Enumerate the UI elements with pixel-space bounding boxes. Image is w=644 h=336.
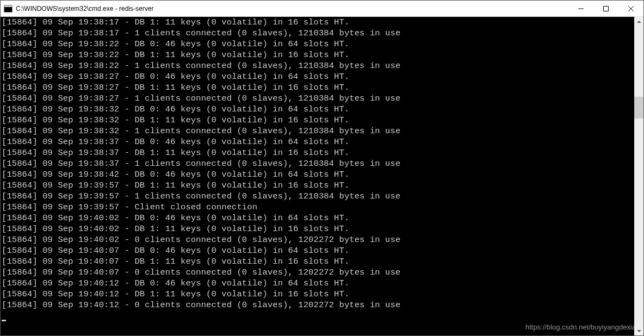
terminal-line: [15864] 09 Sep 19:40:12 - DB 1: 11 keys … <box>2 289 634 300</box>
terminal-line: [15864] 09 Sep 19:38:17 - 1 clients conn… <box>2 28 634 39</box>
terminal-line: [15864] 09 Sep 19:40:02 - 0 clients conn… <box>2 234 634 245</box>
scroll-up-button[interactable] <box>634 17 643 26</box>
terminal-line: [15864] 09 Sep 19:38:17 - DB 1: 11 keys … <box>2 17 634 28</box>
terminal-line: [15864] 09 Sep 19:38:37 - DB 1: 11 keys … <box>2 147 634 158</box>
terminal-line: [15864] 09 Sep 19:38:37 - 1 clients conn… <box>2 158 634 169</box>
terminal-line: [15864] 09 Sep 19:38:32 - DB 1: 11 keys … <box>2 115 634 126</box>
svg-marker-1 <box>637 21 641 23</box>
close-button[interactable] <box>618 1 643 16</box>
terminal-line: [15864] 09 Sep 19:40:07 - DB 1: 11 keys … <box>2 256 634 267</box>
cmd-icon <box>4 5 13 13</box>
terminal-line: [15864] 09 Sep 19:38:27 - DB 1: 11 keys … <box>2 82 634 93</box>
terminal-line: [15864] 09 Sep 19:39:57 - Client closed … <box>2 202 634 213</box>
terminal-line: [15864] 09 Sep 19:38:32 - 1 clients conn… <box>2 126 634 136</box>
vertical-scrollbar[interactable] <box>634 17 643 335</box>
terminal-line: [15864] 09 Sep 19:40:07 - DB 0: 46 keys … <box>2 245 634 256</box>
terminal-line: [15864] 09 Sep 19:38:27 - DB 0: 46 keys … <box>2 71 634 82</box>
titlebar[interactable]: C:\WINDOWS\system32\cmd.exe - redis-serv… <box>1 1 643 17</box>
scroll-down-button[interactable] <box>634 326 643 335</box>
terminal-line: [15864] 09 Sep 19:40:07 - 0 clients conn… <box>2 267 634 278</box>
terminal-line: [15864] 09 Sep 19:38:22 - DB 1: 11 keys … <box>2 49 634 60</box>
client-area: [15864] 09 Sep 19:38:17 - DB 1: 11 keys … <box>1 17 643 335</box>
window-title: C:\WINDOWS\system32\cmd.exe - redis-serv… <box>16 5 568 13</box>
terminal-line: [15864] 09 Sep 19:38:27 - 1 clients conn… <box>2 93 634 104</box>
terminal-line: [15864] 09 Sep 19:40:12 - DB 0: 46 keys … <box>2 278 634 289</box>
terminal-cursor <box>2 320 6 321</box>
minimize-button[interactable] <box>568 1 593 16</box>
terminal-line: [15864] 09 Sep 19:38:32 - DB 0: 46 keys … <box>2 104 634 115</box>
terminal-line: [15864] 09 Sep 19:38:22 - 1 clients conn… <box>2 60 634 71</box>
scrollbar-thumb[interactable] <box>634 97 643 119</box>
maximize-button[interactable] <box>593 1 618 16</box>
terminal-line: [15864] 09 Sep 19:40:02 - DB 1: 11 keys … <box>2 223 634 234</box>
app-icon-wrap <box>1 5 16 13</box>
terminal-line: [15864] 09 Sep 19:39:57 - DB 1: 11 keys … <box>2 180 634 191</box>
terminal-line: [15864] 09 Sep 19:38:37 - DB 0: 46 keys … <box>2 136 634 147</box>
terminal-output[interactable]: [15864] 09 Sep 19:38:17 - DB 1: 11 keys … <box>1 17 634 335</box>
svg-rect-0 <box>604 6 609 11</box>
terminal-line: [15864] 09 Sep 19:40:02 - DB 0: 46 keys … <box>2 213 634 223</box>
window-buttons <box>568 1 643 16</box>
terminal-line: [15864] 09 Sep 19:38:42 - DB 0: 46 keys … <box>2 169 634 180</box>
svg-marker-2 <box>637 330 641 332</box>
terminal-line: [15864] 09 Sep 19:38:22 - DB 0: 46 keys … <box>2 39 634 49</box>
cmd-window: C:\WINDOWS\system32\cmd.exe - redis-serv… <box>0 0 644 336</box>
scrollbar-track[interactable] <box>634 26 643 326</box>
terminal-line: [15864] 09 Sep 19:39:57 - 1 clients conn… <box>2 191 634 202</box>
terminal-line: [15864] 09 Sep 19:40:12 - 0 clients conn… <box>2 300 634 310</box>
